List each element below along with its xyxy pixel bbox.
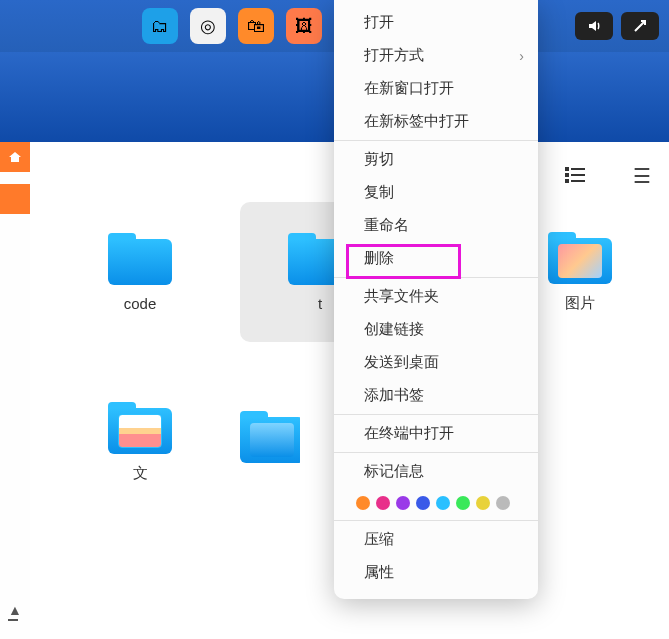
color-tag[interactable] xyxy=(416,496,430,510)
menu-item[interactable]: 添加书签 xyxy=(334,379,538,412)
dock-icon-store[interactable]: 🛍 xyxy=(238,8,274,44)
view-list-icon[interactable] xyxy=(565,165,585,188)
context-menu: 打开打开方式›在新窗口打开在新标签中打开剪切复制重命名删除共享文件夹创建链接发送… xyxy=(334,0,538,599)
menu-separator xyxy=(334,140,538,141)
color-tag[interactable] xyxy=(496,496,510,510)
volume-button[interactable] xyxy=(575,12,613,40)
folder-label: t xyxy=(318,295,322,312)
menu-item[interactable]: 重命名 xyxy=(334,209,538,242)
menu-separator xyxy=(334,452,538,453)
menu-item[interactable]: 打开 xyxy=(334,6,538,39)
folder-label: 图片 xyxy=(565,294,595,313)
svg-rect-2 xyxy=(565,173,569,177)
menu-separator xyxy=(334,277,538,278)
folder-icon xyxy=(108,402,172,454)
menu-item[interactable]: 删除 xyxy=(334,242,538,275)
dock: 🗂◎🛍🖼 xyxy=(142,8,322,44)
svg-rect-5 xyxy=(571,180,585,182)
menu-item[interactable]: 剪切 xyxy=(334,143,538,176)
menu-separator xyxy=(334,414,538,415)
menu-item[interactable]: 属性 xyxy=(334,556,538,589)
menu-item[interactable]: 在终端中打开 xyxy=(334,417,538,450)
folder-icon xyxy=(108,233,172,285)
menu-item[interactable]: 压缩 xyxy=(334,523,538,556)
color-tag[interactable] xyxy=(396,496,410,510)
dock-icon-chrome[interactable]: ◎ xyxy=(190,8,226,44)
svg-rect-1 xyxy=(571,168,585,170)
folder-label: code xyxy=(124,295,157,312)
chevron-right-icon: › xyxy=(519,48,524,64)
menu-item[interactable]: 创建链接 xyxy=(334,313,538,346)
menu-item[interactable]: 在新窗口打开 xyxy=(334,72,538,105)
svg-rect-0 xyxy=(565,167,569,171)
sidebar-active-indicator xyxy=(0,184,30,214)
menu-separator xyxy=(334,520,538,521)
dock-icon-gallery[interactable]: 🖼 xyxy=(286,8,322,44)
menu-item[interactable]: 共享文件夹 xyxy=(334,280,538,313)
folder-label: 文 xyxy=(133,464,148,483)
color-tag[interactable] xyxy=(356,496,370,510)
folder-item[interactable] xyxy=(240,372,300,512)
folder-icon xyxy=(240,411,300,463)
folder-icon xyxy=(548,232,612,284)
toolbar-right: ☰ xyxy=(565,164,651,188)
svg-rect-4 xyxy=(565,179,569,183)
color-tag[interactable] xyxy=(476,496,490,510)
system-tray xyxy=(575,12,659,40)
sidebar-home-button[interactable] xyxy=(0,142,30,172)
menu-icon[interactable]: ☰ xyxy=(633,164,651,188)
menu-item[interactable]: 在新标签中打开 xyxy=(334,105,538,138)
folder-item[interactable]: 文 xyxy=(60,372,220,512)
color-tag[interactable] xyxy=(376,496,390,510)
sidebar: ▲ xyxy=(0,142,30,639)
folder-item[interactable]: code xyxy=(60,202,220,342)
tag-colors xyxy=(334,488,538,518)
color-tag[interactable] xyxy=(456,496,470,510)
svg-rect-3 xyxy=(571,174,585,176)
menu-item[interactable]: 复制 xyxy=(334,176,538,209)
color-tag[interactable] xyxy=(436,496,450,510)
menu-item[interactable]: 发送到桌面 xyxy=(334,346,538,379)
fullscreen-button[interactable] xyxy=(621,12,659,40)
dock-icon-filemanager[interactable]: 🗂 xyxy=(142,8,178,44)
menu-item[interactable]: 标记信息 xyxy=(334,455,538,488)
menu-item[interactable]: 打开方式› xyxy=(334,39,538,72)
eject-icon[interactable]: ▲ xyxy=(8,602,22,621)
